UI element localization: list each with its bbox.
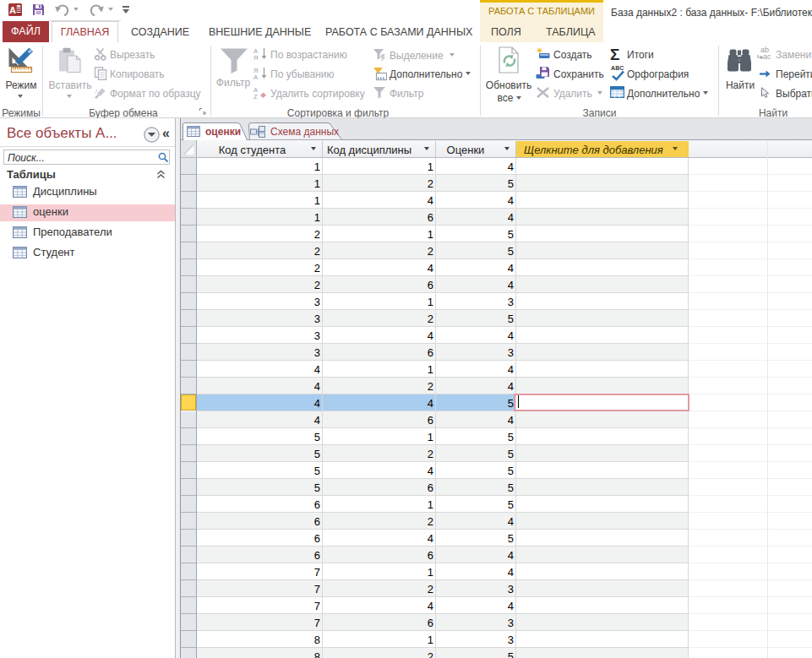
svg-text:A: A (9, 5, 16, 15)
svg-text:А: А (253, 73, 258, 80)
svg-text:Z: Z (253, 93, 258, 100)
svg-text:Я: Я (253, 54, 258, 61)
